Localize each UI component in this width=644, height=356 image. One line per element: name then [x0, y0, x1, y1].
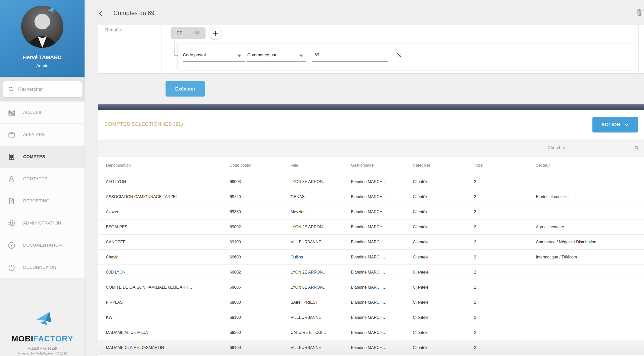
cell-ville: Oullins: [291, 255, 351, 259]
cell-categorie: Clientèle: [413, 240, 474, 244]
cell-denomination: CANOPEE: [106, 240, 230, 244]
sidebar-item-label: ACCUEIL: [23, 110, 43, 115]
avatar-photo: [21, 6, 63, 48]
query-builder-card: Requête ET OU Code postal Commence par 6…: [98, 25, 644, 74]
remove-condition-icon[interactable]: [396, 52, 403, 59]
cell-ville: LYON 2E ARRON…: [291, 270, 351, 275]
cell-type: 2: [474, 240, 536, 244]
app-version: MobiCRM v1.36 r25: [0, 347, 85, 350]
cell-denomination: Chevin: [106, 255, 230, 259]
cell-denomination: MADAME ALICE MEJAT: [106, 330, 230, 335]
sidebar-item-accueil[interactable]: ACCUEIL: [0, 102, 85, 124]
plus-icon: [212, 30, 219, 36]
cell-code-postal: 69002: [230, 225, 291, 229]
cell-code-postal: 69100: [230, 345, 291, 350]
table-search-input[interactable]: Chercher: [547, 143, 640, 154]
sidebar-search-input[interactable]: Rechercher: [3, 81, 82, 97]
sidebar-item-affaires[interactable]: AFFAIRES: [0, 124, 85, 146]
table-row[interactable]: ASSOCIATION CAMIONNAGE TARZEL69740GENASB…: [98, 189, 644, 204]
sidebar-search-strip: Rechercher: [0, 77, 85, 101]
table-row[interactable]: BEOALPES69002LYON 2E ARRON…Blandine MARC…: [98, 219, 644, 235]
table-row[interactable]: MADAME CLAIRE DESMARTIN69100VILLEURBANNE…: [98, 340, 644, 355]
cell-ville: LYON 2E ARRON…: [291, 225, 351, 229]
connector-line: [174, 39, 175, 56]
column-header-2[interactable]: Code postal: [230, 163, 291, 168]
action-button[interactable]: ACTION: [592, 117, 638, 132]
table-search-placeholder: Chercher: [548, 145, 565, 150]
sidebar-item-reporting[interactable]: REPORTING: [0, 190, 85, 212]
table-row[interactable]: Azazer69330MeyzieuBlandine MARCH…Clientè…: [98, 204, 644, 219]
cell-categorie: Clientèle: [413, 210, 474, 214]
cell-categorie: Clientèle: [413, 285, 474, 290]
column-header-6[interactable]: Type: [474, 163, 536, 168]
table-row[interactable]: COMITE DE LIAISON FAMILIALE 6EME ARR…690…: [98, 280, 644, 295]
cell-type: 2: [474, 195, 536, 199]
cell-gestionnaire: Blandine MARCH…: [351, 195, 413, 199]
cell-code-postal: 69006: [230, 285, 291, 290]
bird-decoration-icon: [47, 6, 56, 14]
condition-row: Code postal Commence par 69: [178, 43, 635, 70]
table-row[interactable]: FIRPLAST69800SAINT PRIESTBlandine MARCH……: [98, 295, 644, 310]
divider: [161, 25, 162, 73]
avatar[interactable]: [21, 6, 63, 48]
action-button-label: ACTION: [601, 122, 620, 127]
sidebar-footer: MOBIFACTORY MobiCRM v1.36 r25 Powered by…: [0, 278, 85, 356]
chevron-down-icon[interactable]: [299, 55, 303, 57]
execute-button[interactable]: Exécuter: [166, 81, 205, 97]
table-row[interactable]: CJD LYON69002LYON 2E ARRON…Blandine MARC…: [98, 265, 644, 280]
cell-code-postal: 69740: [230, 195, 291, 199]
table-row[interactable]: CANOPEE69100VILLEURBANNEBlandine MARCH…C…: [98, 235, 644, 250]
sidebar-search-placeholder: Rechercher: [18, 86, 43, 92]
cell-categorie: Clientèle: [413, 225, 474, 229]
section-divider-bar: [98, 104, 644, 110]
powered-by: Powered by MobiFactory - © 2020: [0, 351, 85, 355]
sidebar-item-documentation[interactable]: ?DOCUMENTATION: [0, 234, 85, 256]
cell-type: 2: [474, 330, 536, 335]
table-row[interactable]: KW69100VILLEURBANNEBlandine MARCH…Client…: [98, 310, 644, 325]
cell-categorie: Clientèle: [413, 270, 474, 275]
cell-ville: CALUIRE ET CUI…: [291, 330, 351, 335]
trash-icon[interactable]: [635, 9, 643, 17]
cell-gestionnaire: Blandine MARCH…: [351, 315, 413, 320]
operator-et[interactable]: ET: [171, 27, 188, 39]
sidebar-item-label: REPORTING: [23, 199, 50, 204]
value-input[interactable]: 69: [314, 53, 319, 58]
user-role: Admin: [0, 63, 85, 68]
column-header-3[interactable]: Ville: [291, 163, 351, 168]
back-button[interactable]: [97, 10, 105, 18]
results-title: COMPTES SÉLECTIONNÉS (21): [104, 121, 183, 127]
table-row[interactable]: MADAME ALICE MEJAT69300CALUIRE ET CUI…Bl…: [98, 325, 644, 340]
cell-categorie: Clientèle: [413, 180, 474, 184]
connector-line: [174, 55, 178, 56]
cell-denomination: ASSOCIATION CAMIONNAGE TARZEL: [106, 195, 230, 199]
gear-icon: [8, 219, 16, 227]
search-icon: [634, 145, 640, 151]
sidebar-item-administration[interactable]: ADMINISTRATION: [0, 212, 85, 234]
svg-text:?: ?: [10, 243, 13, 248]
cell-categorie: Clientèle: [413, 300, 474, 305]
operator-ou[interactable]: OU: [188, 27, 206, 39]
column-header-1[interactable]: Dénomination: [106, 163, 230, 168]
power-icon: [8, 263, 16, 272]
sidebar-item-label: CONTACTS: [23, 176, 47, 182]
sidebar-item-deconnexion[interactable]: DÉCONNEXION: [0, 256, 85, 279]
table-body: AFG LYON69003LYON 3E ARRON…Blandine MARC…: [98, 174, 644, 356]
cell-denomination: BEOALPES: [106, 225, 230, 229]
column-header-5[interactable]: Catégorie: [413, 163, 474, 168]
operator-select[interactable]: Commence par: [247, 53, 276, 58]
column-header-7[interactable]: Secteur: [536, 163, 644, 168]
table-row[interactable]: AFG LYON69003LYON 3E ARRON…Blandine MARC…: [98, 174, 644, 189]
sidebar-item-label: DÉCONNEXION: [23, 265, 56, 270]
chevron-down-icon[interactable]: [237, 55, 241, 57]
column-header-4[interactable]: Gestionnaire: [351, 163, 413, 168]
cell-denomination: AFG LYON: [106, 180, 230, 184]
cell-code-postal: 69003: [230, 180, 291, 184]
sidebar-item-label: ADMINISTRATION: [23, 221, 61, 226]
sidebar-item-comptes[interactable]: COMPTES: [0, 146, 85, 168]
table-row[interactable]: Chevin69600OullinsBlandine MARCH…Clientè…: [98, 250, 644, 265]
add-condition-button[interactable]: [209, 27, 222, 39]
mobifactory-bird-icon: [35, 311, 52, 326]
sidebar-item-contacts[interactable]: CONTACTS: [0, 168, 85, 190]
field-select[interactable]: Code postal: [183, 53, 206, 58]
operator-toggle[interactable]: ET OU: [171, 27, 206, 39]
